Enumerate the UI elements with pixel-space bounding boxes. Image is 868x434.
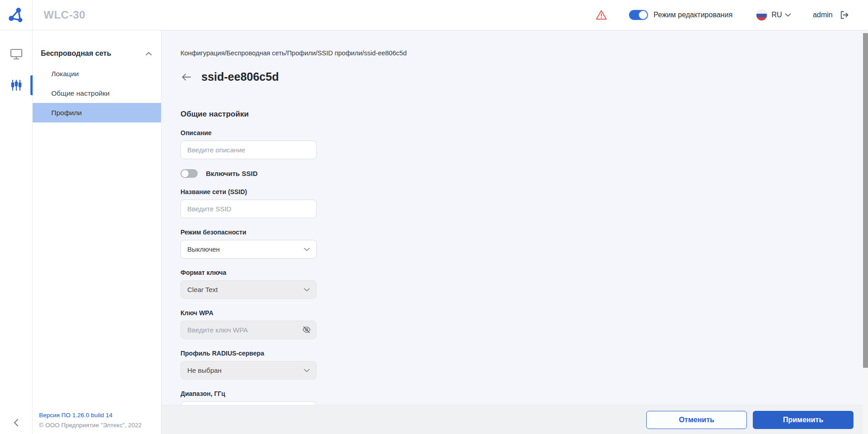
chevron-left-icon — [14, 419, 19, 427]
field-security-mode: Режим безопасности Выключен — [180, 229, 317, 258]
nav-item-locations[interactable]: Локации — [33, 64, 161, 83]
description-label: Описание — [180, 129, 317, 137]
logout-icon[interactable] — [839, 10, 850, 20]
language-selector[interactable]: RU — [756, 10, 791, 21]
action-bar: Отменить Применить — [161, 405, 868, 434]
toggle-knob — [639, 10, 648, 20]
key-format-label: Формат ключа — [180, 269, 317, 276]
eye-off-icon — [302, 325, 311, 334]
username: admin — [813, 11, 833, 19]
nav-item-profiles[interactable]: Профили — [33, 103, 161, 122]
main-content: Конфигурация/Беспроводная сеть/Профили/S… — [161, 30, 868, 434]
rail-item-monitoring[interactable] — [0, 42, 32, 67]
nav-section-wireless[interactable]: Беспроводная сеть — [41, 49, 152, 58]
page-scrollbar[interactable] — [863, 30, 868, 434]
topbar: WLC-30 Режим редактирования — [0, 0, 868, 30]
edit-mode-label: Режим редактирования — [653, 11, 732, 19]
topbar-right: Режим редактирования RU admin — [595, 10, 868, 21]
chevron-down-icon — [304, 369, 310, 372]
icon-rail — [0, 30, 33, 434]
band-label: Диапазон, ГГц — [180, 390, 317, 397]
page-title: ssid-ee806c5d — [201, 70, 279, 83]
russia-flag-icon — [756, 10, 767, 21]
ssid-name-input[interactable] — [180, 200, 317, 218]
nav-footer: Версия ПО 1.26.0 build 14 © ООО Предприя… — [39, 412, 142, 429]
back-button[interactable] — [180, 71, 192, 83]
monitor-icon — [10, 49, 23, 60]
logo-box[interactable] — [0, 0, 33, 30]
field-wpa-key: Ключ WPA — [180, 309, 317, 339]
toggle-knob — [181, 170, 189, 177]
body: Беспроводная сеть Локации Общие настройк… — [0, 30, 868, 434]
profile-form: Описание Включить SSID Название сети (SS… — [180, 129, 317, 420]
eltex-logo-icon — [8, 7, 24, 23]
app-title: WLC-30 — [44, 9, 85, 21]
field-enable-ssid: Включить SSID — [180, 169, 317, 178]
nav-item-label: Профили — [51, 109, 82, 117]
security-mode-select[interactable]: Выключен — [180, 240, 317, 258]
field-description: Описание — [180, 129, 317, 159]
field-key-format: Формат ключа Clear Text — [180, 269, 317, 299]
copyright: © ООО Предприятие "Элтекс", 2022 — [39, 422, 142, 429]
nav-item-general-settings[interactable]: Общие настройки — [33, 83, 161, 103]
sidenav: Беспроводная сеть Локации Общие настройк… — [33, 30, 161, 434]
key-format-select: Clear Text — [180, 280, 317, 299]
edit-mode-toggle[interactable] — [629, 10, 648, 20]
selected-value: Clear Text — [187, 286, 218, 293]
wpa-key-input-wrap — [180, 321, 317, 339]
nav-item-label: Локации — [51, 70, 79, 78]
warning-triangle-icon — [595, 10, 607, 20]
wpa-key-label: Ключ WPA — [180, 309, 317, 317]
ssid-name-label: Название сети (SSID) — [180, 188, 317, 195]
sidebar-collapse-button[interactable] — [0, 419, 32, 427]
radius-profile-select: Не выбран — [180, 361, 317, 380]
firmware-version-link[interactable]: Версия ПО 1.26.0 build 14 — [39, 412, 142, 419]
alarm-indicator[interactable] — [595, 10, 607, 20]
nav-section-label: Беспроводная сеть — [41, 49, 111, 58]
breadcrumb[interactable]: Конфигурация/Беспроводная сеть/Профили/S… — [180, 49, 868, 57]
chevron-down-icon — [785, 13, 791, 17]
description-input[interactable] — [180, 141, 317, 159]
selected-value: Не выбран — [187, 366, 222, 374]
sliders-icon — [10, 79, 23, 92]
chevron-down-icon — [304, 248, 310, 251]
nav-item-label: Общие настройки — [51, 89, 110, 98]
apply-button[interactable]: Применить — [753, 411, 853, 429]
wlc-app: WLC-30 Режим редактирования — [0, 0, 868, 434]
section-title: Общие настройки — [180, 110, 868, 119]
selected-value: Выключен — [187, 245, 220, 253]
chevron-down-icon — [304, 288, 310, 292]
title-row: ssid-ee806c5d — [180, 70, 868, 83]
chevron-up-icon — [146, 52, 152, 56]
wpa-key-input — [180, 321, 317, 339]
cancel-button[interactable]: Отменить — [646, 411, 747, 429]
language-code: RU — [771, 11, 782, 19]
scrollbar-thumb[interactable] — [863, 33, 868, 368]
rail-item-configuration[interactable] — [0, 73, 32, 98]
radius-profile-label: Профиль RADIUS-сервера — [180, 350, 317, 357]
enable-ssid-label: Включить SSID — [206, 170, 258, 177]
field-radius-profile: Профиль RADIUS-сервера Не выбран — [180, 350, 317, 380]
field-ssid-name: Название сети (SSID) — [180, 188, 317, 218]
enable-ssid-toggle[interactable] — [180, 169, 198, 178]
security-mode-label: Режим безопасности — [180, 229, 317, 236]
arrow-left-icon — [181, 73, 191, 81]
user-menu[interactable]: admin — [813, 10, 850, 20]
